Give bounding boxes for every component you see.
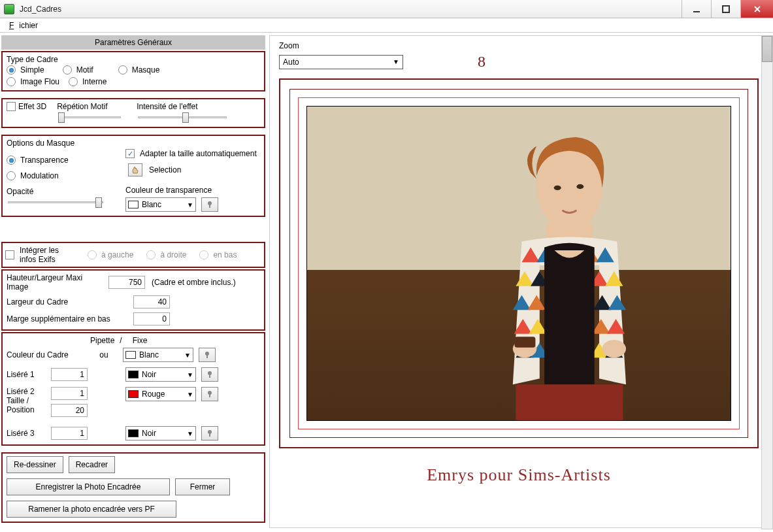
button-enregistrer[interactable]: Enregistrer la Photo Encadrée bbox=[7, 478, 170, 495]
radio-masque[interactable] bbox=[118, 65, 127, 75]
integrer-exif-label: Intégrer les infos Exifs bbox=[20, 246, 71, 264]
app-icon bbox=[4, 4, 14, 14]
chevron-down-icon: ▼ bbox=[393, 58, 399, 65]
radio-motif-label: Motif bbox=[76, 65, 93, 75]
radio-image-flou-label: Image Flou bbox=[20, 77, 59, 86]
window-buttons bbox=[682, 0, 773, 18]
group-effet: 2 Effet 3D Répétion Motif Intensité de l… bbox=[1, 98, 265, 128]
maximize-button[interactable] bbox=[711, 0, 740, 18]
group-exif: 4 Intégrer les infos Exifs à gauche à dr… bbox=[1, 242, 265, 268]
checkbox-adapter-taille[interactable] bbox=[125, 149, 135, 158]
sim-character bbox=[442, 122, 697, 420]
chevron-down-icon: ▼ bbox=[184, 352, 191, 359]
lisere3-label: Liséré 3 bbox=[7, 429, 48, 438]
combo-couleur-cadre-value: Blanc bbox=[139, 350, 159, 359]
checkbox-effet-3d[interactable] bbox=[7, 102, 16, 111]
chevron-down-icon: ▼ bbox=[187, 371, 193, 378]
scrollbar-vertical[interactable] bbox=[761, 35, 773, 529]
selection-tool-button[interactable] bbox=[128, 163, 142, 176]
radio-exif-droite[interactable] bbox=[146, 250, 156, 259]
combo-lisere2-value: Rouge bbox=[142, 390, 165, 399]
input-marge[interactable] bbox=[133, 312, 170, 325]
input-hauteur-maxi[interactable] bbox=[108, 276, 145, 289]
selection-label: Selection bbox=[149, 165, 181, 175]
fixe-label: Fixe bbox=[133, 336, 148, 345]
button-recadrer[interactable]: Recadrer bbox=[69, 456, 115, 473]
combo-lisere2[interactable]: Rouge ▼ bbox=[125, 387, 196, 401]
combo-zoom-value: Auto bbox=[283, 58, 299, 67]
radio-interne[interactable] bbox=[69, 77, 78, 86]
pin-icon bbox=[203, 351, 211, 359]
scrollbar-thumb[interactable] bbox=[762, 36, 772, 62]
slider-opacite[interactable] bbox=[7, 196, 105, 208]
annotation-8: 8 bbox=[478, 53, 485, 71]
combo-couleur-cadre[interactable]: Blanc ▼ bbox=[123, 348, 193, 362]
largeur-cadre-label: Largeur du Cadre bbox=[7, 297, 131, 307]
combo-couleur-transparence[interactable]: Blanc ▼ bbox=[125, 197, 196, 212]
options-masque-title: Options du Masque bbox=[7, 139, 260, 148]
lisere2-label: Liséré 2 Taille / Position bbox=[7, 387, 48, 414]
radio-transparence-label: Transparence bbox=[20, 156, 69, 165]
radio-modulation[interactable] bbox=[7, 171, 16, 180]
checkbox-integrer-exif[interactable] bbox=[5, 250, 14, 259]
swatch-red bbox=[128, 390, 139, 398]
radio-exif-gauche-label: à gauche bbox=[101, 250, 133, 259]
radio-transparence[interactable] bbox=[7, 156, 16, 165]
pin-icon bbox=[206, 371, 214, 378]
combo-lisere3[interactable]: Noir ▼ bbox=[125, 426, 196, 441]
slash-label: / bbox=[120, 336, 122, 345]
combo-lisere1[interactable]: Noir ▼ bbox=[125, 367, 196, 382]
pin-icon bbox=[206, 390, 214, 398]
eyedropper-lisere3[interactable] bbox=[201, 426, 218, 441]
radio-image-flou[interactable] bbox=[7, 77, 16, 86]
radio-masque-label: Masque bbox=[132, 65, 160, 75]
eyedropper-lisere1[interactable] bbox=[201, 367, 218, 382]
slider-repetition[interactable] bbox=[57, 111, 122, 123]
radio-motif[interactable] bbox=[63, 65, 72, 75]
input-largeur-cadre[interactable] bbox=[133, 295, 170, 308]
pin-icon bbox=[206, 201, 214, 208]
eyedropper-cadre[interactable] bbox=[199, 348, 216, 362]
radio-exif-gauche[interactable] bbox=[88, 250, 97, 259]
input-lisere2-taille[interactable] bbox=[51, 387, 88, 400]
menubar: Fichier bbox=[0, 18, 773, 33]
preview-image bbox=[307, 107, 731, 420]
chevron-down-icon: ▼ bbox=[187, 201, 193, 208]
slider-intensite[interactable] bbox=[137, 111, 228, 123]
hauteur-note: (Cadre et ombre inclus.) bbox=[152, 278, 236, 287]
minimize-button[interactable] bbox=[682, 0, 711, 18]
preview-frame bbox=[279, 78, 759, 448]
svg-point-15 bbox=[554, 186, 561, 190]
button-redessiner[interactable]: Re-dessiner bbox=[7, 456, 63, 473]
swatch-white bbox=[125, 351, 136, 359]
eyedropper-transparence[interactable] bbox=[201, 197, 218, 212]
left-panel: Paramètres Généraux 1 Type de Cadre Simp… bbox=[0, 33, 268, 532]
type-de-cadre-title: Type de Cadre bbox=[7, 55, 260, 64]
group-type-de-cadre: 1 Type de Cadre Simple Motif Masque Imag… bbox=[1, 51, 265, 91]
radio-exif-droite-label: à droite bbox=[160, 250, 186, 259]
repetition-label: Répétion Motif bbox=[57, 102, 122, 111]
opacite-label: Opacité bbox=[7, 187, 105, 196]
radio-exif-bas-label: en bas bbox=[213, 250, 237, 259]
combo-lisere3-value: Noir bbox=[142, 429, 156, 438]
right-panel: Zoom Auto ▼ 8 bbox=[268, 33, 773, 532]
swatch-black bbox=[128, 429, 139, 437]
menu-file[interactable]: Fichier bbox=[4, 20, 48, 31]
input-lisere2-position[interactable] bbox=[51, 404, 88, 417]
input-lisere1[interactable] bbox=[51, 368, 88, 381]
combo-zoom[interactable]: Auto ▼ bbox=[279, 55, 403, 69]
close-button[interactable] bbox=[740, 0, 773, 18]
radio-simple[interactable] bbox=[7, 65, 16, 75]
chevron-down-icon: ▼ bbox=[187, 430, 193, 437]
group-options-masque: 3 Options du Masque Transparence Modulat… bbox=[1, 135, 265, 217]
button-ramener[interactable]: Ramener la photo encadrée vers PF bbox=[7, 501, 176, 518]
button-fermer[interactable]: Fermer bbox=[175, 478, 230, 495]
input-lisere3[interactable] bbox=[51, 427, 88, 440]
swatch-black bbox=[128, 371, 139, 378]
intensite-label: Intensité de l'effet bbox=[137, 102, 228, 111]
svg-rect-7 bbox=[206, 355, 208, 358]
marge-label: Marge supplémentaire en bas bbox=[7, 314, 131, 324]
eyedropper-lisere2[interactable] bbox=[201, 387, 218, 401]
radio-exif-bas[interactable] bbox=[199, 250, 208, 259]
radio-modulation-label: Modulation bbox=[20, 171, 59, 180]
